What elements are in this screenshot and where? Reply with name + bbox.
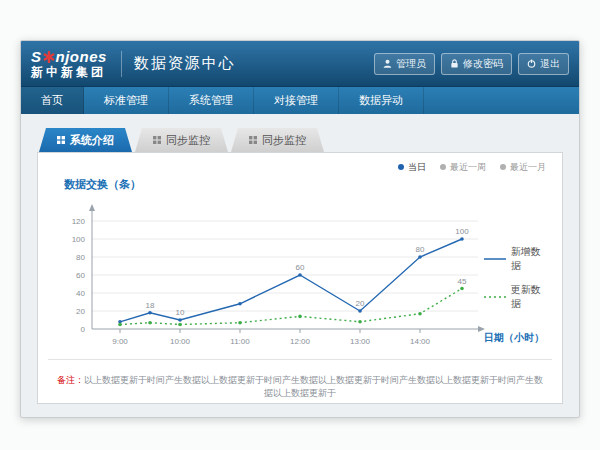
brand-en-prefix: S [31,49,42,65]
footnote-text: 以上数据更新于时间产生数据以上数据更新于时间产生数据以上数据更新于时间产生数据以… [84,375,543,398]
legend-dot-icon [398,164,404,170]
svg-text:10:00: 10:00 [170,337,191,346]
filter-last-week[interactable]: 最近一周 [440,161,486,174]
series-legend: 新增数据更新数据 [484,245,550,311]
svg-text:80: 80 [76,253,85,262]
footnote: 备注：以上数据更新于时间产生数据以上数据更新于时间产生数据以上数据更新于时间产生… [48,359,552,414]
filter-today[interactable]: 当日 [398,161,426,174]
svg-text:60: 60 [76,271,85,280]
series-legend-item[interactable]: 新增数据 [484,245,550,273]
change-password-button-label: 修改密码 [463,57,503,71]
x-axis-title: 日期（小时） [484,331,544,345]
svg-text:10: 10 [176,308,185,317]
line-chart: 0204060801001209:0010:0011:0012:0013:001… [48,193,488,355]
series-legend-item[interactable]: 更新数据 [484,283,550,311]
legend-dot-icon [500,164,506,170]
legend-line-swatch-icon [484,293,506,301]
power-icon [527,59,536,68]
filter-label: 最近一月 [510,161,546,174]
svg-text:9:00: 9:00 [112,337,128,346]
legend-line-swatch-icon [484,255,506,263]
legend-dot-icon [440,164,446,170]
logout-button-label: 退出 [540,57,560,71]
nav-item-data-change[interactable]: 数据异动 [339,87,424,114]
svg-text:0: 0 [81,325,86,334]
brand-name-cn: 新中新集团 [31,65,107,79]
svg-text:20: 20 [356,299,365,308]
tab-bar: 系统介绍 同步监控 同步监控 [37,128,563,152]
svg-text:14:00: 14:00 [410,337,431,346]
svg-text:40: 40 [76,289,85,298]
svg-text:100: 100 [72,235,86,244]
grid-icon [153,136,161,144]
filter-last-month[interactable]: 最近一月 [500,161,546,174]
chart-side-column: 新增数据更新数据 日期（小时） [484,193,550,355]
logout-button[interactable]: 退出 [518,53,569,75]
grid-icon [249,136,257,144]
page-title: 数据资源中心 [134,54,236,73]
nav-item-system-mgmt[interactable]: 系统管理 [169,87,254,114]
svg-text:18: 18 [146,301,155,310]
svg-text:60: 60 [296,263,305,272]
svg-text:45: 45 [458,277,467,286]
tab-sync-monitor-2[interactable]: 同步监控 [231,128,324,152]
chart-area: 0204060801001209:0010:0011:0012:0013:001… [48,193,552,355]
tab-system-intro[interactable]: 系统介绍 [39,128,132,152]
tab-sync-monitor-1[interactable]: 同步监控 [135,128,228,152]
app-window: S njones 新中新集团 数据资源中心 管理员 [20,40,580,418]
svg-text:20: 20 [76,307,85,316]
series-legend-label: 新增数据 [511,245,550,273]
synjones-star-icon [43,51,55,63]
nav-item-home[interactable]: 首页 [21,87,84,114]
user-icon [383,59,392,68]
header-divider [121,51,122,77]
y-axis-title: 数据交换（条） [64,177,552,193]
svg-text:11:00: 11:00 [230,337,250,346]
lock-icon [450,59,459,68]
svg-text:120: 120 [72,217,86,226]
admin-button[interactable]: 管理员 [374,53,435,75]
brand-logo: S njones 新中新集团 [31,49,107,79]
change-password-button[interactable]: 修改密码 [441,53,512,75]
main-nav: 首页 标准管理 系统管理 对接管理 数据异动 [21,87,579,114]
svg-text:100: 100 [455,227,469,236]
footnote-prefix: 备注： [57,375,84,385]
tab-label: 系统介绍 [70,133,114,148]
tab-label: 同步监控 [166,133,210,148]
chart-filter-legend: 当日 最近一周 最近一月 [48,159,552,175]
svg-text:13:00: 13:00 [350,337,371,346]
svg-text:12:00: 12:00 [290,337,311,346]
tab-label: 同步监控 [262,133,306,148]
chart-panel: 当日 最近一周 最近一月 数据交换（条） 0204060801001209:00… [37,152,563,404]
admin-button-label: 管理员 [396,57,426,71]
filter-label: 最近一周 [450,161,486,174]
user-actions: 管理员 修改密码 退出 [374,53,569,75]
nav-item-standard-mgmt[interactable]: 标准管理 [84,87,169,114]
nav-item-interface-mgmt[interactable]: 对接管理 [254,87,339,114]
content-area: 系统介绍 同步监控 同步监控 [21,114,579,404]
brand-en-suffix: njones [56,49,107,65]
series-legend-label: 更新数据 [511,283,550,311]
brand-name-en: S njones [31,49,107,65]
filter-label: 当日 [408,161,426,174]
svg-text:80: 80 [416,245,425,254]
grid-icon [57,136,65,144]
app-header: S njones 新中新集团 数据资源中心 管理员 [21,41,579,87]
